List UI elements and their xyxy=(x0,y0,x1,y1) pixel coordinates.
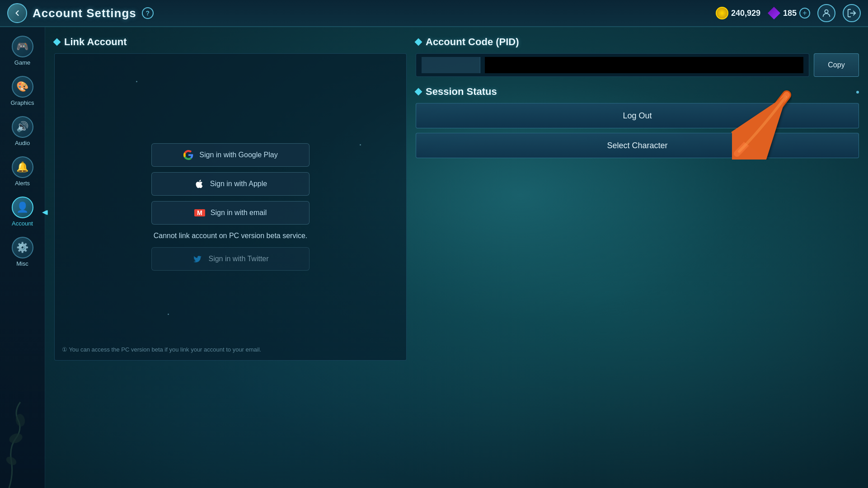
account-code-header: Account Code (PID) xyxy=(416,36,859,48)
session-section: Session Status Log Out Select Character xyxy=(416,86,859,158)
coin-value: 240,929 xyxy=(731,9,760,18)
right-panel: Account Code (PID) Copy Session Status xyxy=(416,36,859,479)
sidebar-label-graphics: Graphics xyxy=(10,99,34,106)
main-layout: 🎮 Game 🎨 Graphics 🔊 Audio 🔔 Alerts 👤 Acc… xyxy=(0,27,868,488)
email-icon xyxy=(194,207,205,218)
apple-icon xyxy=(194,178,205,189)
diamond-icon-3 xyxy=(415,88,422,96)
copy-button[interactable]: Copy xyxy=(814,53,859,77)
signin-apple-button[interactable]: Sign in with Apple xyxy=(151,172,310,196)
select-character-button[interactable]: Select Character xyxy=(416,133,859,158)
logout-button[interactable]: Log Out xyxy=(416,103,859,128)
back-button[interactable] xyxy=(7,3,27,23)
gem-value: 185 xyxy=(783,9,797,18)
diamond-icon-2 xyxy=(415,38,422,46)
code-right-segment xyxy=(485,57,803,73)
back-icon xyxy=(13,9,22,18)
sidebar-label-misc: Misc xyxy=(16,260,28,267)
header: Account Settings ? 240,929 185 + xyxy=(0,0,868,27)
footnote-text: ① You can access the PC version beta if … xyxy=(62,346,261,353)
alerts-icon: 🔔 xyxy=(12,156,33,178)
sidebar-item-game[interactable]: 🎮 Game xyxy=(3,32,42,70)
audio-icon: 🔊 xyxy=(12,116,33,138)
content-area: Link Account Sign in w xyxy=(45,27,868,488)
add-gems-button[interactable]: + xyxy=(799,8,810,19)
link-account-box: Sign in with Google Play Sign in with Ap… xyxy=(54,53,407,361)
link-account-header: Link Account xyxy=(54,36,407,48)
particle xyxy=(168,314,169,315)
game-icon: 🎮 xyxy=(12,36,33,57)
sidebar: 🎮 Game 🎨 Graphics 🔊 Audio 🔔 Alerts 👤 Acc… xyxy=(0,27,45,488)
signin-twitter-button[interactable]: Sign in with Twitter xyxy=(151,247,310,271)
twitter-icon xyxy=(192,253,203,264)
account-code-field[interactable] xyxy=(416,53,809,77)
particle xyxy=(360,144,361,145)
account-icon: 👤 xyxy=(12,197,33,218)
signin-email-button[interactable]: Sign in with email xyxy=(151,201,310,225)
session-header: Session Status xyxy=(416,86,859,98)
sidebar-item-alerts[interactable]: 🔔 Alerts xyxy=(3,152,42,191)
particle xyxy=(136,81,137,82)
link-account-title: Link Account xyxy=(64,36,127,48)
sidebar-label-account: Account xyxy=(12,220,33,227)
exit-icon xyxy=(847,8,857,18)
signin-google-label: Sign in with Google Play xyxy=(199,151,277,159)
link-account-panel: Link Account Sign in w xyxy=(54,36,407,479)
svg-point-2 xyxy=(8,432,23,445)
sidebar-item-misc[interactable]: ⚙️ Misc xyxy=(3,233,42,271)
sidebar-label-audio: Audio xyxy=(15,140,30,146)
sidebar-item-account[interactable]: 👤 Account ◀ xyxy=(3,192,42,231)
sidebar-label-game: Game xyxy=(14,59,30,66)
diamond-icon xyxy=(53,38,61,46)
signin-apple-label: Sign in with Apple xyxy=(210,180,267,188)
sidebar-item-graphics[interactable]: 🎨 Graphics xyxy=(3,72,42,110)
signin-twitter-label: Sign in with Twitter xyxy=(208,255,268,263)
svg-point-3 xyxy=(5,455,18,467)
code-input-row: Copy xyxy=(416,53,859,77)
graphics-icon: 🎨 xyxy=(12,76,33,98)
active-indicator: ◀ xyxy=(42,208,47,216)
header-right: 240,929 185 + xyxy=(716,4,861,22)
google-icon xyxy=(183,150,194,160)
session-title: Session Status xyxy=(426,86,497,98)
gem-currency: 185 + xyxy=(768,7,810,19)
misc-icon: ⚙️ xyxy=(12,237,33,258)
signin-google-button[interactable]: Sign in with Google Play xyxy=(151,143,310,167)
coin-currency: 240,929 xyxy=(716,7,760,19)
signin-email-label: Sign in with email xyxy=(211,209,267,217)
account-code-title: Account Code (PID) xyxy=(426,36,519,48)
exit-button[interactable] xyxy=(843,4,861,22)
vine-decoration xyxy=(0,398,45,488)
help-button[interactable]: ? xyxy=(142,7,154,19)
profile-icon xyxy=(821,8,831,18)
account-code-section: Account Code (PID) Copy xyxy=(416,36,859,77)
sidebar-label-alerts: Alerts xyxy=(15,180,30,187)
sidebar-item-audio[interactable]: 🔊 Audio xyxy=(3,112,42,150)
svg-point-0 xyxy=(825,10,828,13)
code-left-segment xyxy=(422,57,480,73)
page-title: Account Settings xyxy=(33,6,136,20)
profile-button[interactable] xyxy=(817,4,835,22)
gem-icon xyxy=(768,7,780,19)
session-dot xyxy=(856,91,859,94)
cannot-link-message: Cannot link account on PC version beta s… xyxy=(154,232,308,240)
svg-point-4 xyxy=(15,413,26,427)
coin-icon xyxy=(716,7,728,19)
